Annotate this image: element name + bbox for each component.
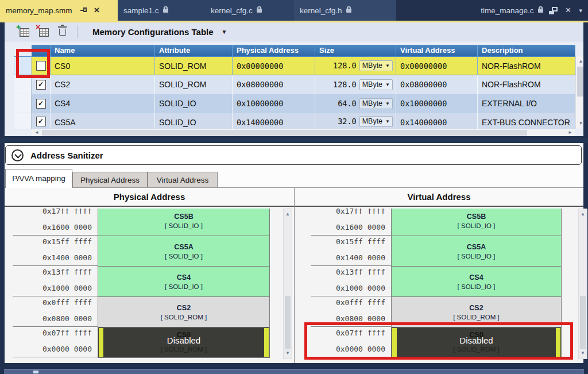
region-cs5a[interactable]: CS5A [ SOLID_IO ]: [98, 236, 270, 267]
cell-description[interactable]: NOR-FlashROM: [478, 56, 575, 75]
close-icon[interactable]: ×: [94, 6, 100, 14]
size-unit-dropdown[interactable]: MByte▼: [359, 116, 393, 127]
region-cs4[interactable]: CS4 [ SOLID_IO ]: [98, 266, 270, 297]
region-cs0-disabled[interactable]: CS0 Disabled [ SOLID_ROM ]: [98, 327, 270, 358]
cell-name[interactable]: CS0: [51, 56, 155, 75]
row-header[interactable]: [14, 56, 32, 75]
checkbox-cell[interactable]: ✓: [32, 94, 51, 113]
scroll-down-icon[interactable]: ▼: [579, 349, 587, 357]
scroll-right-icon[interactable]: ►: [566, 129, 574, 136]
cell-size[interactable]: 64.0 MByte▼: [315, 94, 396, 113]
table-row-cs0[interactable]: CS0 SOLID_ROM 0x00000000 128.0 MByte▼ 0x…: [14, 56, 575, 75]
table-row-cs5a[interactable]: ✓ CS5A SOLID_IO 0x14000000 32.0 MByte▼ 0…: [14, 113, 575, 129]
panel-vertical-scrollbar[interactable]: ▲ ▼: [283, 209, 292, 359]
tab-pa-va-mapping[interactable]: PA/VA mapping: [5, 169, 72, 188]
size-unit-dropdown[interactable]: MByte▼: [359, 79, 393, 90]
column-header-size[interactable]: Size: [315, 45, 396, 56]
column-header-description[interactable]: Description: [478, 45, 575, 56]
scroll-down-icon[interactable]: ▼: [576, 119, 583, 128]
region-cs5b[interactable]: CS5B [ SOLID_IO ]: [391, 209, 562, 236]
cell-virtual-address[interactable]: 0x10000000: [396, 94, 478, 113]
region-cs2[interactable]: CS2 [ SOLID_ROM ]: [391, 296, 562, 327]
region-cs2[interactable]: CS2 [ SOLID_ROM ]: [98, 296, 270, 327]
cell-attribute[interactable]: SOLID_IO: [155, 113, 233, 129]
cell-name[interactable]: CS5A: [51, 113, 155, 129]
size-unit-dropdown[interactable]: MByte▼: [359, 98, 393, 109]
pin-icon[interactable]: [80, 6, 88, 14]
row-header[interactable]: [14, 94, 32, 113]
cell-physical-address[interactable]: 0x10000000: [233, 94, 315, 113]
cell-name[interactable]: CS2: [51, 75, 155, 94]
cell-virtual-address[interactable]: 0x00000000: [396, 56, 478, 75]
close-icon[interactable]: ×: [566, 6, 571, 14]
address-sanitizer-header[interactable]: Address Sanitizer: [5, 145, 582, 165]
region-cs4[interactable]: CS4 [ SOLID_IO ]: [391, 266, 562, 297]
tab-kernel-cfg-h[interactable]: kernel_cfg.h: [294, 0, 396, 21]
cell-name[interactable]: CS4: [51, 94, 155, 113]
table-row-cs4[interactable]: ✓ CS4 SOLID_IO 0x10000000 64.0 MByte▼ 0x…: [14, 94, 575, 113]
remove-table-icon[interactable]: ×: [37, 26, 49, 37]
row-header[interactable]: [14, 113, 32, 129]
cell-size[interactable]: 32.0 MByte▼: [315, 113, 396, 129]
cell-description[interactable]: NOR-FlashROM: [478, 75, 575, 94]
cell-attribute[interactable]: SOLID_ROM: [155, 75, 233, 94]
chevron-down-icon[interactable]: ▾: [579, 7, 582, 14]
region-cs0-disabled[interactable]: CS0 Disabled [ SOLID_ROM ]: [391, 327, 562, 358]
table-selector-label[interactable]: Memory Configurations Table: [92, 27, 214, 37]
table-vertical-scrollbar[interactable]: ▲ ▼: [575, 56, 583, 129]
size-value[interactable]: 64.0: [315, 94, 357, 113]
scroll-up-icon[interactable]: ▲: [576, 57, 583, 65]
scrollbar-thumb[interactable]: [285, 296, 291, 349]
size-unit-dropdown[interactable]: MByte▼: [359, 60, 393, 71]
checkbox-checked[interactable]: ✓: [36, 80, 46, 90]
cell-size[interactable]: 128.0 MByte▼: [315, 56, 396, 75]
cell-description[interactable]: EXTERNAL I/O: [478, 94, 575, 113]
region-cs5a[interactable]: CS5A [ SOLID_IO ]: [391, 236, 562, 267]
cell-physical-address[interactable]: 0x14000000: [233, 113, 315, 129]
checkbox-cell[interactable]: ✓: [32, 75, 51, 94]
tab-time-manage-c[interactable]: time_manage.c: [475, 0, 545, 21]
size-value[interactable]: 128.0: [315, 75, 357, 94]
table-horizontal-scrollbar[interactable]: ◄ ►: [32, 129, 575, 136]
scroll-left-icon[interactable]: ◄: [33, 129, 41, 136]
add-table-icon[interactable]: +: [17, 26, 30, 37]
panel-vertical-scrollbar[interactable]: ▲ ▼: [578, 209, 587, 359]
column-header-virtual-address[interactable]: Virtual Address: [396, 45, 478, 56]
checkbox-checked[interactable]: ✓: [36, 99, 46, 109]
checkbox-checked[interactable]: ✓: [36, 117, 46, 126]
size-value[interactable]: 32.0: [315, 113, 357, 129]
column-header-attribute[interactable]: Attribute: [155, 45, 233, 56]
tab-memory-map-smm[interactable]: memory_map.smm ×: [0, 0, 118, 21]
scrollbar-thumb[interactable]: [577, 67, 583, 97]
cell-description[interactable]: EXT-BUS CONNECTOR: [478, 113, 575, 129]
cell-attribute[interactable]: SOLID_IO: [155, 94, 233, 113]
scroll-down-icon[interactable]: ▼: [284, 349, 292, 357]
checkbox-cell[interactable]: [32, 56, 51, 75]
chevron-down-icon[interactable]: ▼: [222, 29, 227, 35]
cell-virtual-address[interactable]: 0x14000000: [396, 113, 478, 129]
tab-sample1-c[interactable]: sample1.c: [118, 0, 205, 21]
checkbox-cell[interactable]: ✓: [32, 113, 51, 129]
scroll-up-icon[interactable]: ▲: [284, 210, 292, 218]
column-header-physical-address[interactable]: Physical Address: [233, 45, 315, 56]
size-value[interactable]: 128.0: [315, 56, 357, 75]
region-cs5b[interactable]: CS5B [ SOLID_IO ]: [98, 209, 270, 236]
collapse-chevron-icon[interactable]: [11, 149, 24, 161]
scrollbar-thumb[interactable]: [42, 130, 527, 136]
cell-attribute[interactable]: SOLID_ROM: [155, 56, 233, 75]
checkbox-unchecked[interactable]: [36, 61, 46, 71]
table-row-cs2[interactable]: ✓ CS2 SOLID_ROM 0x08000000 128.0 MByte▼ …: [14, 75, 575, 94]
tab-physical-address[interactable]: Physical Address: [72, 172, 148, 188]
column-header-name[interactable]: Name: [51, 45, 155, 56]
tab-list-icon[interactable]: [549, 7, 558, 14]
cell-physical-address[interactable]: 0x00000000: [233, 56, 315, 75]
tab-kernel-cfg-c[interactable]: kernel_cfg.c: [205, 0, 294, 21]
scroll-up-icon[interactable]: ▲: [579, 210, 587, 218]
tab-virtual-address[interactable]: Virtual Address: [148, 172, 218, 188]
trash-icon[interactable]: [56, 26, 69, 37]
scrollbar-thumb[interactable]: [580, 296, 586, 349]
cell-physical-address[interactable]: 0x08000000: [233, 75, 315, 94]
cell-virtual-address[interactable]: 0x08000000: [396, 75, 478, 94]
row-header[interactable]: [14, 75, 32, 94]
cell-size[interactable]: 128.0 MByte▼: [315, 75, 396, 94]
